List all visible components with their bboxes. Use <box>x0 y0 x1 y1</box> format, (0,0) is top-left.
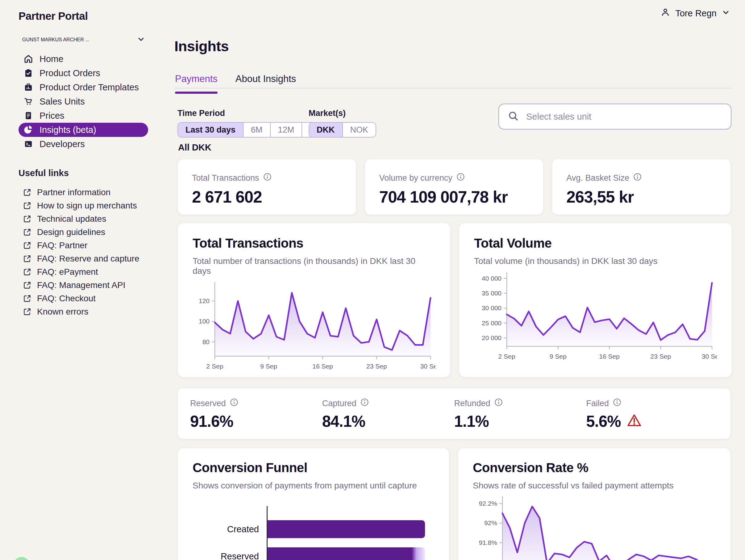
svg-text:91.6%: 91.6% <box>479 558 497 560</box>
stat-label: Captured <box>322 399 356 408</box>
external-link-icon <box>23 281 31 289</box>
sales-unit-search-input[interactable] <box>526 112 722 122</box>
chart-title: Total Volume <box>474 236 717 251</box>
chart-subtitle: Shows conversion of payments from paymen… <box>193 481 434 491</box>
link-label: Design guidelines <box>37 227 105 237</box>
svg-text:40 000: 40 000 <box>482 275 501 282</box>
receipt-icon <box>24 111 33 120</box>
sidebar-item-label: Home <box>39 54 63 64</box>
chart-card-conversion-funnel: Conversion Funnel Shows conversion of pa… <box>177 448 449 560</box>
sidebar-item-insights[interactable]: Insights (beta) <box>19 123 148 137</box>
link-technical-updates[interactable]: Technical updates <box>19 212 148 225</box>
stat-value: 2 671 602 <box>192 187 342 206</box>
chart-card-total-volume: Total Volume Total volume (in thousands)… <box>459 223 732 378</box>
link-faq-reserve-and-capture[interactable]: FAQ: Reserve and capture <box>19 252 148 265</box>
stat-reserved: Reserved 91.6% <box>190 398 322 439</box>
svg-text:23 Sep: 23 Sep <box>651 353 671 360</box>
svg-text:23 Sep: 23 Sep <box>366 363 387 370</box>
sidebar-nav: Home Product Orders Product Order Templa… <box>19 52 148 151</box>
tab-payments[interactable]: Payments <box>175 73 218 94</box>
chart-subtitle: Shows rate of successful vs failed payme… <box>473 481 716 491</box>
info-icon[interactable] <box>230 398 238 409</box>
info-icon[interactable] <box>360 398 369 409</box>
stat-value: 263,55 kr <box>566 187 716 206</box>
market-option-nok[interactable]: NOK <box>342 123 376 137</box>
app-brand: Partner Portal <box>19 10 88 22</box>
svg-text:35 000: 35 000 <box>482 289 501 296</box>
stat-card-volume-by-currency: Volume by currency 704 109 007,78 kr <box>365 159 544 215</box>
chart-subtitle: Total volume (in thousands) in DKK last … <box>474 256 717 266</box>
tab-divider <box>174 88 731 89</box>
total-volume-line-chart: 20 00025 00030 00035 00040 0002 Sep9 Sep… <box>474 271 717 364</box>
svg-text:92%: 92% <box>484 519 497 526</box>
funnel-bar-created <box>267 520 425 538</box>
market-option-dkk[interactable]: DKK <box>309 123 342 137</box>
sidebar-item-developers[interactable]: Developers <box>19 137 148 151</box>
info-icon[interactable] <box>456 173 465 183</box>
warning-icon <box>627 412 641 430</box>
conversion-funnel-chart: Created Reserved <box>193 506 425 560</box>
chat-widget-peek[interactable] <box>13 557 30 560</box>
time-option-12m[interactable]: 12M <box>270 123 302 137</box>
svg-text:30 Sep: 30 Sep <box>702 353 717 360</box>
link-known-errors[interactable]: Known errors <box>19 305 148 318</box>
account-menu[interactable]: Tore Regn <box>660 7 730 20</box>
stat-captured: Captured 84.1% <box>322 398 454 439</box>
chevron-down-icon <box>136 35 146 45</box>
sidebar-item-label: Sales Units <box>39 97 85 107</box>
sidebar-item-label: Developers <box>39 139 85 149</box>
stat-label: Failed <box>586 399 609 408</box>
link-label: Partner information <box>37 187 110 197</box>
svg-text:16 Sep: 16 Sep <box>312 363 333 370</box>
sidebar-item-product-order-templates[interactable]: Product Order Templates <box>19 80 148 94</box>
org-name: GUNST MARKUS ARCHER ... <box>22 37 90 42</box>
link-partner-information[interactable]: Partner information <box>19 186 148 199</box>
info-icon[interactable] <box>613 398 621 409</box>
info-icon[interactable] <box>263 173 271 183</box>
page-title: Insights <box>174 38 229 55</box>
org-selector[interactable]: GUNST MARKUS ARCHER ... <box>22 35 146 45</box>
external-link-icon <box>23 294 31 303</box>
link-how-to-sign-up-merchants[interactable]: How to sign up merchants <box>19 199 148 212</box>
external-link-icon <box>23 254 31 263</box>
info-icon[interactable] <box>494 398 503 409</box>
sidebar-item-sales-units[interactable]: Sales Units <box>19 94 148 109</box>
svg-text:91.8%: 91.8% <box>479 539 497 546</box>
chart-card-conversion-rate: Conversion Rate % Shows rate of successf… <box>458 448 731 560</box>
link-faq-management-api[interactable]: FAQ: Management API <box>19 278 148 292</box>
sidebar-item-product-orders[interactable]: Product Orders <box>19 66 148 80</box>
link-faq-epayment[interactable]: FAQ: ePayment <box>19 265 148 278</box>
time-option-last-30-days[interactable]: Last 30 days <box>178 123 243 137</box>
sidebar-item-home[interactable]: Home <box>19 52 148 66</box>
link-label: FAQ: Checkout <box>37 293 96 304</box>
sidebar-item-label: Prices <box>39 111 65 121</box>
funnel-bar-reserved <box>267 547 425 560</box>
link-faq-partner[interactable]: FAQ: Partner <box>19 239 148 252</box>
sidebar-item-prices[interactable]: Prices <box>19 109 148 123</box>
stat-label: Refunded <box>454 399 490 408</box>
chart-title: Conversion Rate % <box>473 460 716 475</box>
svg-text:30 000: 30 000 <box>482 304 501 311</box>
briefcase-chart-icon <box>24 82 33 92</box>
link-label: Known errors <box>37 307 89 317</box>
info-icon[interactable] <box>633 173 642 183</box>
sales-unit-search[interactable] <box>498 104 732 130</box>
chart-card-total-transactions: Total Transactions Total number of trans… <box>177 223 451 378</box>
market-label: Market(s) <box>309 109 376 118</box>
svg-text:16 Sep: 16 Sep <box>599 353 620 360</box>
stat-card-row: Total Transactions 2 671 602 Volume by c… <box>177 159 731 215</box>
stat-value: 704 109 007,78 kr <box>379 187 529 206</box>
time-option-6m[interactable]: 6M <box>243 123 270 137</box>
link-design-guidelines[interactable]: Design guidelines <box>19 225 148 239</box>
link-label: How to sign up merchants <box>37 201 137 211</box>
stat-card-total-transactions: Total Transactions 2 671 602 <box>177 159 356 215</box>
home-icon <box>24 54 33 64</box>
link-label: FAQ: Management API <box>37 280 125 290</box>
person-icon <box>660 7 670 20</box>
external-link-icon <box>23 241 31 250</box>
link-faq-checkout[interactable]: FAQ: Checkout <box>19 292 148 305</box>
tab-about-insights[interactable]: About Insights <box>235 73 296 94</box>
payment-status-stats-card: Reserved 91.6% Captured 84.1% Refunded 1… <box>177 388 731 439</box>
sidebar-item-label: Product Orders <box>39 68 100 78</box>
chart-title: Total Transactions <box>193 236 435 251</box>
